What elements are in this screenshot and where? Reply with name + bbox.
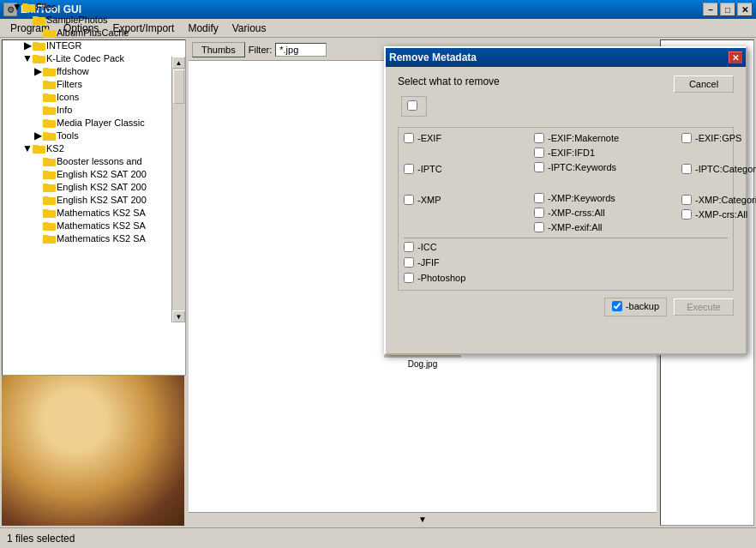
- xmp-row: -XMP: [404, 195, 532, 205]
- modal-title-bar: Remove Metadata ✕: [386, 48, 746, 67]
- jfif-row: -JFIF: [404, 257, 440, 268]
- iptc-categories-row: -IPTC:Categories: [681, 164, 756, 174]
- xmp-categories-row: -XMP:Categories: [681, 195, 756, 205]
- col3: -EXIF:GPS -IPTC:Categories -XMP:Categori…: [681, 133, 756, 234]
- modal-overlay: Remove Metadata ✕ Cancel Select what to …: [0, 0, 756, 548]
- exif-ifd1-label: -EXIF:IFD1: [548, 148, 595, 158]
- execute-button[interactable]: Execute: [674, 298, 734, 316]
- icc-label: -ICC: [417, 242, 437, 252]
- exif-gps-row: -EXIF:GPS: [681, 133, 756, 143]
- xmp-keywords-row: -XMP:Keywords: [534, 193, 680, 203]
- iptc-categories-checkbox[interactable]: [681, 164, 692, 174]
- exif-makernote-checkbox[interactable]: [534, 133, 544, 143]
- backup-section: -backup: [604, 298, 667, 316]
- xmp-label: -XMP: [417, 195, 441, 205]
- exif-checkbox[interactable]: [404, 133, 414, 143]
- xmp-checkbox[interactable]: [404, 195, 414, 205]
- divider: [404, 238, 728, 238]
- xmp-crs-row: -XMP-crs:All: [681, 209, 756, 220]
- exif-makernote-label: -EXIF:Makernote: [548, 133, 619, 143]
- xmp-exif-checkbox[interactable]: [534, 222, 544, 232]
- icc-checkbox[interactable]: [404, 242, 414, 252]
- icc-row: -ICC: [404, 242, 437, 252]
- exif-gps-label: -EXIF:GPS: [695, 133, 741, 143]
- extra-checkboxes2: -JFIF: [404, 257, 728, 269]
- exif-row: -EXIF: [404, 133, 532, 143]
- iptc-keywords-checkbox[interactable]: [534, 162, 544, 172]
- xmp-crs-label: -XMP-crs:All: [695, 209, 747, 220]
- exif-makernote-row: -EXIF:Makernote: [534, 133, 680, 143]
- col2: -EXIF:Makernote -EXIF:IFD1 -IPTC:Keyword…: [534, 133, 680, 234]
- remove-metadata-dialog: Remove Metadata ✕ Cancel Select what to …: [384, 46, 747, 355]
- checkboxes-grid: -EXIF -IPTC -XMP: [404, 133, 728, 234]
- iptc-checkbox[interactable]: [404, 164, 414, 174]
- xmp-keywords-checkbox[interactable]: [534, 193, 544, 203]
- modal-close-button[interactable]: ✕: [729, 51, 742, 63]
- backup-checkbox[interactable]: [612, 301, 622, 311]
- jfif-checkbox[interactable]: [404, 257, 414, 268]
- all-metadata-section: [401, 96, 427, 117]
- xmp-exif-all-row: -XMP-exif:All: [534, 222, 680, 232]
- jfif-label: -JFIF: [417, 257, 440, 268]
- iptc-label: -IPTC: [417, 164, 442, 174]
- extra-checkboxes: -ICC: [404, 242, 728, 254]
- bottom-row: -backup Execute: [398, 298, 734, 316]
- exif-ifd1-row: -EXIF:IFD1: [534, 148, 680, 158]
- iptc-categories-label: -IPTC:Categories: [695, 164, 756, 174]
- xmp-keywords-label: -XMP:Keywords: [548, 193, 615, 203]
- iptc-keywords-label: -IPTC:Keywords: [548, 162, 616, 172]
- cancel-button[interactable]: Cancel: [674, 75, 734, 93]
- extra-checkboxes3: -Photoshop: [404, 273, 728, 285]
- exif-ifd1-checkbox[interactable]: [534, 148, 544, 158]
- modal-buttons: Cancel: [674, 75, 734, 93]
- modal-content: Cancel Select what to remove: [386, 67, 746, 325]
- modal-title: Remove Metadata: [389, 51, 477, 63]
- xmp-categories-label: -XMP:Categories: [695, 195, 756, 205]
- backup-label: -backup: [626, 301, 659, 311]
- checkboxes-panel: -EXIF -IPTC -XMP: [398, 127, 734, 291]
- xmp-categories-checkbox[interactable]: [681, 195, 692, 205]
- xmp-crss-label: -XMP-crss:All: [548, 208, 605, 218]
- col1: -EXIF -IPTC -XMP: [404, 133, 532, 234]
- iptc-keywords-row: -IPTC:Keywords: [534, 162, 680, 172]
- exif-gps-checkbox[interactable]: [681, 133, 692, 143]
- xmp-crs-checkbox[interactable]: [681, 209, 692, 220]
- backup-row: -backup: [612, 301, 659, 311]
- photoshop-label: -Photoshop: [417, 273, 465, 283]
- xmp-crss-checkbox[interactable]: [534, 208, 544, 218]
- photoshop-row: -Photoshop: [404, 273, 465, 283]
- exif-label: -EXIF: [417, 133, 441, 143]
- all-metadata-checkbox[interactable]: [407, 100, 417, 111]
- all-metadata-row: [407, 100, 421, 111]
- photoshop-checkbox[interactable]: [404, 273, 414, 283]
- xmp-exif-label: -XMP-exif:All: [548, 222, 603, 232]
- iptc-row: -IPTC: [404, 164, 532, 174]
- xmp-crss-row: -XMP-crss:All: [534, 208, 680, 218]
